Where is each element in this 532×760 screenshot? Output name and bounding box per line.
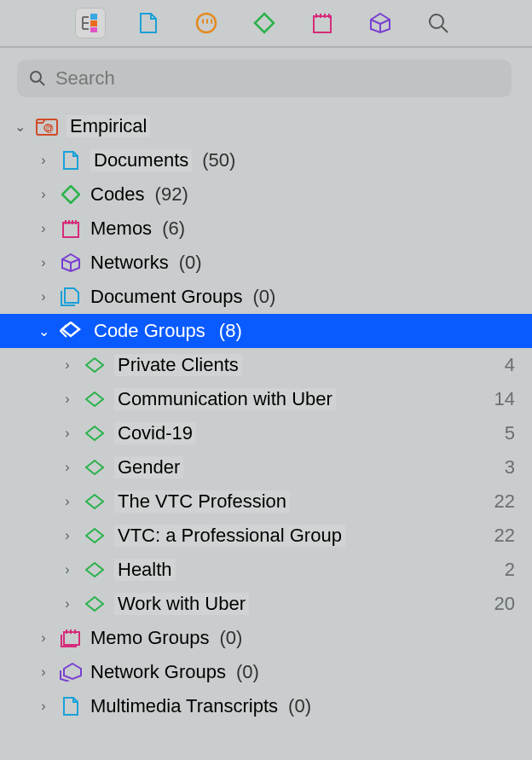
chevron-right-icon[interactable]: › xyxy=(60,392,75,407)
search-container xyxy=(0,48,532,106)
tree-item-code-groups[interactable]: ⌄ Code Groups (8) xyxy=(0,314,532,348)
tree-item-multimedia[interactable]: › Multimedia Transcripts (0) xyxy=(0,689,532,723)
chevron-right-icon[interactable]: › xyxy=(60,357,75,373)
diamond-outline-icon xyxy=(82,596,107,612)
code-group-count: 3 xyxy=(505,456,515,479)
tree-item-code-group[interactable]: ›Covid-195 xyxy=(0,416,532,450)
code-group-label: Gender xyxy=(114,456,183,479)
chevron-down-icon[interactable]: ⌄ xyxy=(36,323,51,339)
svg-text:@: @ xyxy=(45,124,54,133)
network-icon xyxy=(58,253,84,272)
item-count: (6) xyxy=(162,218,185,240)
code-group-count: 14 xyxy=(494,388,515,410)
network-icon xyxy=(369,12,391,34)
diamond-outline-icon xyxy=(82,426,107,441)
search-input[interactable] xyxy=(54,67,500,90)
tree-item-code-group[interactable]: ›Gender3 xyxy=(0,450,532,484)
svg-rect-8 xyxy=(314,16,331,32)
project-tree: ⌄ @ Empirical › Documents (50) › Codes (… xyxy=(0,106,532,727)
svg-line-14 xyxy=(380,20,390,24)
svg-line-17 xyxy=(442,26,448,32)
diamond-outline-icon xyxy=(82,528,107,543)
svg-point-18 xyxy=(31,72,41,82)
diamond-icon xyxy=(58,185,84,204)
item-count: (92) xyxy=(155,183,188,206)
chevron-right-icon[interactable]: › xyxy=(60,426,75,441)
item-label: Code Groups xyxy=(90,320,209,342)
code-group-count: 2 xyxy=(505,559,515,581)
diamond-outline-icon xyxy=(82,460,107,475)
document-icon xyxy=(58,151,84,170)
codes-tab-button[interactable] xyxy=(191,8,222,38)
svg-rect-31 xyxy=(64,632,79,645)
code-group-label: VTC: a Professional Group xyxy=(114,525,345,547)
item-label: Networks xyxy=(90,252,169,274)
network-group-icon xyxy=(58,663,84,682)
tree-item-project[interactable]: ⌄ @ Empirical xyxy=(0,109,532,143)
item-count: (0) xyxy=(253,286,276,308)
item-count: (0) xyxy=(179,252,202,274)
svg-rect-23 xyxy=(63,223,78,237)
documents-tab-button[interactable] xyxy=(133,8,164,38)
item-count: (0) xyxy=(219,627,242,649)
tree-item-documents[interactable]: › Documents (50) xyxy=(0,143,532,177)
item-count: (50) xyxy=(202,149,235,171)
chevron-right-icon[interactable]: › xyxy=(36,699,51,714)
chevron-right-icon[interactable]: › xyxy=(60,562,75,577)
chevron-right-icon[interactable]: › xyxy=(60,528,75,543)
item-label: Memo Groups xyxy=(90,627,209,649)
chevron-right-icon[interactable]: › xyxy=(60,460,75,475)
tree-item-network-groups[interactable]: › Network Groups (0) xyxy=(0,655,532,689)
chevron-right-icon[interactable]: › xyxy=(60,494,75,509)
diamond-icon xyxy=(253,12,275,34)
svg-point-16 xyxy=(430,15,443,28)
item-label: Network Groups xyxy=(90,661,226,683)
chevron-right-icon[interactable]: › xyxy=(36,153,51,168)
search-icon xyxy=(29,70,45,87)
search-field[interactable] xyxy=(17,60,512,97)
chevron-right-icon[interactable]: › xyxy=(36,630,51,646)
project-label: Empirical xyxy=(66,115,150,137)
quotes-icon xyxy=(195,12,217,34)
item-label: Document Groups xyxy=(90,286,243,308)
tree-item-document-groups[interactable]: › Document Groups (0) xyxy=(0,280,532,314)
chevron-down-icon[interactable]: ⌄ xyxy=(12,119,27,135)
diamond-group-icon xyxy=(58,322,84,340)
svg-line-19 xyxy=(40,81,44,85)
chevron-right-icon[interactable]: › xyxy=(36,289,51,305)
chevron-right-icon[interactable]: › xyxy=(36,187,51,202)
tree-item-code-group[interactable]: ›Health2 xyxy=(0,553,532,587)
tree-item-codes[interactable]: › Codes (92) xyxy=(0,177,532,212)
code-group-label: The VTC Profession xyxy=(114,490,290,513)
code-group-label: Private Clients xyxy=(114,354,242,376)
svg-line-28 xyxy=(62,259,71,263)
view-tree-button[interactable] xyxy=(75,8,106,38)
chevron-right-icon[interactable]: › xyxy=(36,664,51,680)
item-label: Multimedia Transcripts xyxy=(90,695,278,717)
search-tab-button[interactable] xyxy=(423,8,454,38)
code-group-label: Communication with Uber xyxy=(114,388,336,410)
tree-item-code-group[interactable]: ›Work with Uber20 xyxy=(0,587,532,621)
chevron-right-icon[interactable]: › xyxy=(60,596,75,612)
networks-tab-button[interactable] xyxy=(365,8,396,38)
tree-item-memo-groups[interactable]: › Memo Groups (0) xyxy=(0,621,532,655)
tree-item-code-group[interactable]: ›VTC: a Professional Group22 xyxy=(0,519,532,553)
code-tab-button[interactable] xyxy=(249,8,280,38)
chevron-right-icon[interactable]: › xyxy=(36,221,51,236)
magnifier-icon xyxy=(427,12,449,34)
tree-item-code-group[interactable]: ›Communication with Uber14 xyxy=(0,382,532,416)
toolbar xyxy=(0,0,532,48)
tree-item-code-group[interactable]: ›The VTC Profession22 xyxy=(0,484,532,519)
tree-item-networks[interactable]: › Networks (0) xyxy=(0,246,532,280)
memos-tab-button[interactable] xyxy=(307,8,338,38)
code-group-count: 5 xyxy=(505,422,515,444)
tree-item-memos[interactable]: › Memos (6) xyxy=(0,212,532,246)
chevron-right-icon[interactable]: › xyxy=(36,255,51,270)
tree-item-code-group[interactable]: ›Private Clients4 xyxy=(0,348,532,382)
memo-icon xyxy=(313,13,332,33)
code-group-count: 22 xyxy=(494,490,515,513)
item-label: Documents xyxy=(90,149,192,171)
item-label: Codes xyxy=(90,183,145,206)
diamond-outline-icon xyxy=(82,392,107,407)
item-count: (0) xyxy=(288,695,311,717)
